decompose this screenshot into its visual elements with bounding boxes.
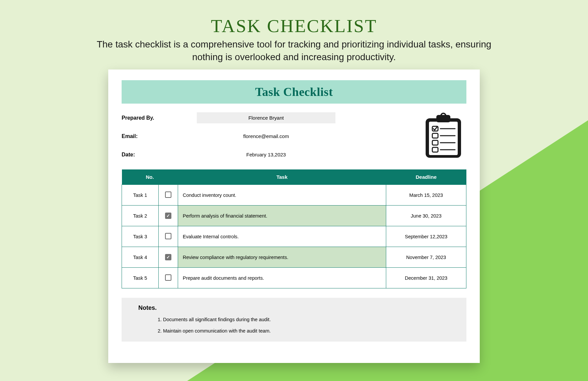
email-value: florence@email.com: [197, 131, 335, 142]
task-deadline: September 12,2023: [386, 226, 466, 247]
meta-grid: Prepared By. Florence Bryant Email: flor…: [122, 112, 422, 160]
meta-area: Prepared By. Florence Bryant Email: flor…: [122, 112, 466, 160]
task-description: Prepare audit documents and reports.: [178, 268, 386, 288]
task-check-cell: [159, 268, 178, 288]
date-value: February 13,2023: [197, 149, 335, 160]
task-checkbox[interactable]: [165, 192, 171, 198]
task-table: No. Task Deadline Task 1Conduct inventor…: [122, 169, 466, 288]
task-no: Task 5: [122, 268, 159, 288]
task-deadline: November 7, 2023: [386, 247, 466, 268]
note-item: Maintain open communication with the aud…: [163, 328, 450, 334]
page-title: TASK CHECKLIST: [0, 15, 588, 36]
note-item: Documents all significant findings durin…: [163, 317, 450, 322]
task-no: Task 2: [122, 206, 159, 226]
table-row: Task 2Perform analysis of financial stat…: [122, 206, 466, 226]
notes-heading: Notes.: [138, 304, 450, 311]
task-no: Task 4: [122, 247, 159, 268]
task-deadline: March 15, 2023: [386, 185, 466, 206]
task-deadline: June 30, 2023: [386, 206, 466, 226]
notes-block: Notes. Documents all significant finding…: [122, 298, 466, 342]
task-no: Task 3: [122, 226, 159, 247]
clipboard-icon: [422, 112, 465, 159]
table-header-row: No. Task Deadline: [122, 169, 466, 185]
prepared-by-value: Florence Bryant: [197, 112, 335, 123]
task-check-cell: [159, 226, 178, 247]
document-title-bar: Task Checklist: [122, 80, 466, 104]
date-label: Date:: [122, 152, 197, 158]
table-row: Task 1Conduct inventory count.March 15, …: [122, 185, 466, 206]
task-checkbox[interactable]: [165, 254, 171, 260]
prepared-by-label: Prepared By.: [122, 115, 197, 121]
task-description: Evaluate Internal controls.: [178, 226, 386, 247]
task-description: Review compliance with regulatory requir…: [178, 247, 386, 268]
notes-list: Documents all significant findings durin…: [138, 317, 450, 334]
col-header-no: No.: [122, 169, 178, 185]
col-header-deadline: Deadline: [386, 169, 466, 185]
task-check-cell: [159, 185, 178, 206]
table-row: Task 5Prepare audit documents and report…: [122, 268, 466, 288]
task-description: Conduct inventory count.: [178, 185, 386, 206]
col-header-task: Task: [178, 169, 386, 185]
task-no: Task 1: [122, 185, 159, 206]
table-row: Task 4Review compliance with regulatory …: [122, 247, 466, 268]
document-card: Task Checklist Prepared By. Florence Bry…: [108, 70, 480, 363]
table-row: Task 3Evaluate Internal controls.Septemb…: [122, 226, 466, 247]
task-deadline: December 31, 2023: [386, 268, 466, 288]
email-label: Email:: [122, 133, 197, 139]
task-checkbox[interactable]: [165, 274, 171, 281]
task-check-cell: [159, 206, 178, 226]
task-checkbox[interactable]: [165, 233, 171, 239]
task-description: Perform analysis of financial statement.: [178, 206, 386, 226]
page-subtitle: The task checklist is a comprehensive to…: [82, 38, 506, 64]
document-title: Task Checklist: [255, 85, 333, 99]
task-check-cell: [159, 247, 178, 268]
task-checkbox[interactable]: [165, 213, 171, 219]
